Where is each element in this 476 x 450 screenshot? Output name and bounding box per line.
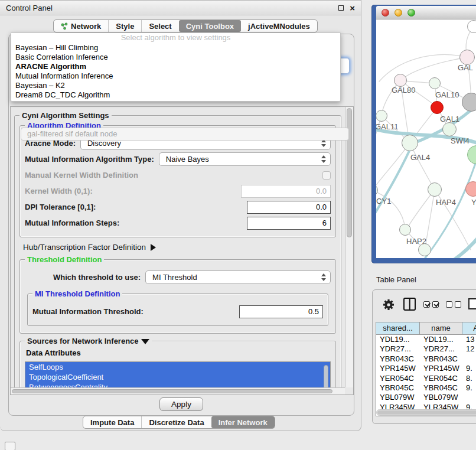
table-panel-toolbar (373, 290, 476, 321)
algorithm-option[interactable]: Mutual Information Inference (11, 71, 340, 81)
network-node-hap4[interactable] (428, 182, 442, 197)
algorithm-option[interactable]: Dream8 DC_TDC Algorithm (11, 90, 340, 100)
algorithm-option[interactable]: Bayesian – K2 (11, 81, 340, 90)
mi-type-label: Mutual Information Algorithm Type: (25, 155, 154, 164)
network-node-hap2[interactable] (399, 224, 411, 236)
node-label: SWI4 (451, 136, 470, 145)
minimize-traffic-light-icon[interactable] (395, 9, 402, 17)
control-panel-titlebar: Control Panel × (0, 1, 361, 15)
table-row[interactable]: YPR145WYPR145W9. (376, 364, 476, 373)
tab-label: Infer Network (219, 418, 268, 427)
table-horizontal-scrollbar[interactable] (376, 409, 476, 416)
network-node-gal10[interactable] (429, 77, 441, 89)
split-columns-icon[interactable] (403, 298, 416, 311)
settings-vertical-scrollbar[interactable] (345, 107, 353, 387)
network-node-swi4[interactable] (442, 122, 457, 136)
settings-horizontal-scrollbar[interactable] (11, 387, 345, 394)
new-table-icon[interactable] (468, 298, 476, 309)
cyni-bottom-tabbar: Impute DataDiscretize DataInfer Network (83, 416, 275, 429)
attribute-item[interactable]: BetweennessCentrality (25, 382, 330, 387)
control-panel-title: Control Panel (6, 4, 338, 12)
table-row[interactable]: YBR043CYBR043C (376, 354, 476, 364)
mi-steps-label: Mutual Information Steps: (25, 219, 242, 227)
tab-impute-data[interactable]: Impute Data (83, 416, 141, 428)
sources-title: Sources for Network Inference (25, 337, 152, 345)
tab-select[interactable]: Select (141, 20, 178, 32)
gear-icon[interactable] (382, 298, 395, 311)
column-header[interactable]: shared... (376, 322, 420, 335)
table-row[interactable]: YDL19...YDL19...13 (376, 335, 476, 344)
mi-type-value: Naive Bayes (166, 155, 209, 164)
table-cell: YBR045C (420, 383, 462, 393)
select-all-columns-icon[interactable] (423, 301, 439, 308)
threshold-definition-title: Threshold Definition (25, 255, 104, 264)
attribute-item[interactable]: SelfLoops (25, 362, 330, 372)
cyni-algorithm-settings-title: Cyni Algorithm Settings (19, 111, 112, 120)
table-row[interactable]: YBL079WYBL079W (376, 393, 476, 402)
table-cell: 9. (462, 364, 476, 373)
table-cell: YDL19... (376, 335, 420, 344)
tab-label: Style (116, 22, 134, 31)
algorithm-placeholder: Select algorithm to view settings (11, 33, 340, 43)
tab-label: Select (149, 22, 171, 31)
table-row[interactable]: YER054CYER054C8. (376, 374, 476, 383)
float-window-icon[interactable] (338, 5, 344, 11)
tab-label: Cyni Toolbox (186, 22, 234, 31)
tab-cyni-toolbox[interactable]: Cyni Toolbox (179, 20, 241, 32)
settings-scroll-area: Cyni Algorithm Settings Algorithm Defini… (10, 106, 354, 395)
table-cell: 12 (462, 344, 476, 354)
tab-label: Network (71, 22, 101, 31)
table-row[interactable]: YBR045CYBR045C9. (376, 383, 476, 393)
table-cell: YER054C (376, 374, 420, 383)
mi-algorithm-type-combo[interactable]: Naive Bayes (159, 152, 331, 166)
network-node[interactable] (462, 93, 476, 112)
column-header[interactable]: A (462, 322, 476, 335)
network-node-gal1[interactable] (431, 101, 444, 114)
mi-threshold-field[interactable] (239, 305, 323, 318)
network-node[interactable] (418, 243, 431, 256)
column-header[interactable]: name (420, 322, 462, 335)
algorithm-option[interactable]: ARACNE Algorithm (11, 62, 340, 71)
control-panel-tabbar: NetworkStyleSelectCyni ToolboxjActiveMNo… (53, 19, 318, 32)
network-canvas[interactable]: GALGAL80GAL10GAL1GAL11SWI4GAL4GCY1HAP4YH… (376, 19, 476, 258)
tab-infer-network[interactable]: Infer Network (211, 416, 275, 428)
table-cell: YDR27... (420, 344, 462, 354)
node-label: Y (471, 198, 476, 207)
hub-definition-expander[interactable]: Hub/Transcription Factor Definition (23, 243, 336, 252)
dpi-tolerance-field[interactable] (247, 201, 331, 214)
close-traffic-light-icon[interactable] (382, 9, 389, 17)
tab-jactivemnodules[interactable]: jActiveMNodules (241, 20, 317, 32)
network-node-gal80[interactable] (394, 74, 407, 87)
close-window-icon[interactable]: × (350, 5, 355, 11)
collapse-down-icon[interactable] (141, 339, 149, 344)
node-label: GAL4 (410, 153, 430, 162)
algorithm-option[interactable]: Basic Correlation Inference (11, 53, 340, 62)
table-cell: YBR045C (376, 383, 420, 393)
unselect-all-columns-icon[interactable] (446, 301, 461, 308)
mi-threshold-definition-group: MI Threshold Definition Mutual Informati… (27, 294, 328, 326)
table-cell: 13 (462, 335, 476, 344)
which-threshold-label: Which threshold to use: (53, 273, 141, 282)
zoom-traffic-light-icon[interactable] (407, 9, 415, 17)
network-node[interactable] (467, 20, 476, 33)
minimized-panel-icon[interactable] (5, 442, 15, 450)
attribute-item[interactable]: TopologicalCoefficient (25, 372, 330, 382)
mi-threshold-label: Mutual Information Threshold: (32, 307, 234, 316)
network-node-gal4[interactable] (402, 135, 418, 151)
node-label: GCY1 (376, 197, 391, 206)
tab-style[interactable]: Style (108, 20, 141, 32)
network-node-gal11[interactable] (376, 110, 387, 122)
tab-discretize-data[interactable]: Discretize Data (141, 416, 211, 428)
algorithm-option[interactable]: Bayesian – Hill Climbing (11, 43, 340, 53)
combo-arrows-icon (321, 155, 326, 163)
table-cell: 9. (462, 383, 476, 393)
apply-button[interactable]: Apply (159, 397, 203, 411)
table-row[interactable]: YDR27...YDR27...12 (376, 344, 476, 354)
network-icon (61, 22, 68, 30)
network-selector-combo[interactable]: gal-filtered sif default node (21, 128, 349, 141)
dpi-tolerance-label: DPI Tolerance [0,1]: (25, 203, 242, 211)
tab-network[interactable]: Network (54, 20, 108, 32)
mi-steps-field[interactable] (247, 217, 331, 230)
which-threshold-combo[interactable]: MI Threshold (145, 270, 331, 284)
attributes-scrollbar[interactable] (324, 365, 328, 387)
